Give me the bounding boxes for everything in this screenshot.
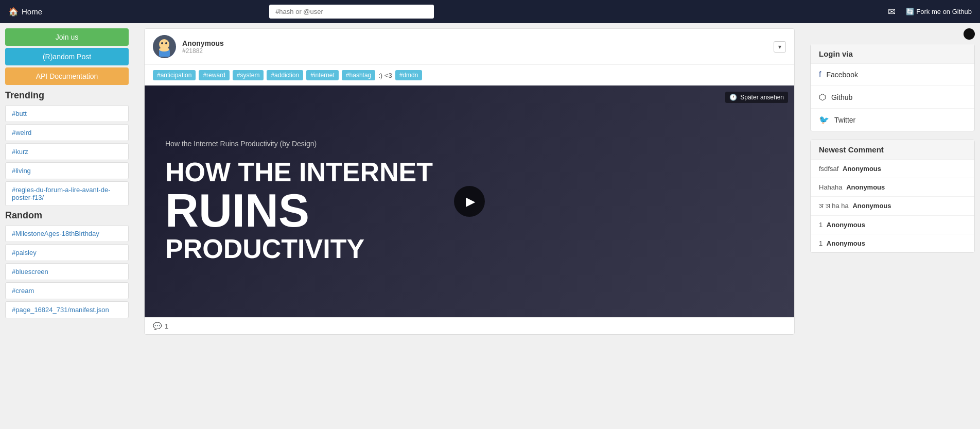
fork-label: Fork me on Github <box>916 8 972 15</box>
random-item[interactable]: #page_16824_731/manifest.json <box>5 301 129 318</box>
video-line1: HOW THE INTERNET <box>165 158 774 186</box>
tag-reward[interactable]: #reward <box>199 70 229 80</box>
left-sidebar: Join us (R)andom Post API Documentation … <box>0 23 134 429</box>
tag-addiction[interactable]: #addiction <box>267 70 303 80</box>
post-tag-extra: :) <3 <box>378 72 392 79</box>
post-user-info: Anonymous #21882 <box>182 39 767 55</box>
play-icon: ▶ <box>466 194 475 209</box>
login-github-label: Github <box>831 93 852 101</box>
login-github[interactable]: ⬡ Github <box>811 86 974 109</box>
watch-later-text: Später ansehen <box>740 94 784 101</box>
random-item[interactable]: #bluescreen <box>5 263 129 280</box>
facebook-icon: f <box>819 70 821 79</box>
comment-count: 1 <box>165 322 168 330</box>
post-menu-button[interactable]: ▾ <box>774 41 786 53</box>
svg-point-3 <box>165 42 167 44</box>
dark-circle-indicator <box>964 28 975 40</box>
comment-item[interactable]: 1 Anonymous <box>811 234 974 252</box>
watch-later-button[interactable]: 🕐 Später ansehen <box>725 92 788 103</box>
right-sidebar: Login via f Facebook ⬡ Github 🐦 Twitter … <box>805 23 980 429</box>
login-card-header: Login via <box>811 44 974 64</box>
video-line3: PRODUCTIVITY <box>165 235 774 263</box>
fork-link[interactable]: 🔄 Fork me on Github <box>906 8 972 15</box>
comment-text: Hahaha <box>819 183 843 191</box>
main-content: Anonymous #21882 ▾ #anticipation #reward… <box>134 23 805 429</box>
mail-icon[interactable]: ✉ <box>888 6 896 18</box>
tag-anticipation[interactable]: #anticipation <box>153 70 196 80</box>
video-play-button[interactable]: ▶ <box>454 186 485 217</box>
login-card: Login via f Facebook ⬡ Github 🐦 Twitter <box>810 44 975 131</box>
post-card: Anonymous #21882 ▾ #anticipation #reward… <box>144 28 795 335</box>
random-item[interactable]: #cream <box>5 282 129 299</box>
page-wrapper: Join us (R)andom Post API Documentation … <box>0 23 980 429</box>
fork-icon: 🔄 <box>906 8 914 15</box>
trending-item[interactable]: #living <box>5 162 129 179</box>
post-video[interactable]: How the Internet Ruins Productivity (by … <box>145 85 794 317</box>
comments-card-header: Newest Comment <box>811 140 974 160</box>
login-twitter-label: Twitter <box>834 116 855 124</box>
comment-item[interactable]: Hahaha Anonymous <box>811 178 974 197</box>
trending-title: Trending <box>5 90 129 101</box>
avatar-svg <box>153 35 176 58</box>
post-username: Anonymous <box>182 39 767 47</box>
comment-author: Anonymous <box>846 183 885 191</box>
tag-hashtag[interactable]: #hashtag <box>342 70 375 80</box>
post-header: Anonymous #21882 ▾ <box>145 29 794 65</box>
svg-point-5 <box>159 47 169 52</box>
tag-dmdn[interactable]: #dmdn <box>395 70 423 80</box>
comment-text: 1 <box>819 239 822 247</box>
comment-icon: 💬 <box>153 322 162 330</box>
comment-author: Anonymous <box>843 165 881 173</box>
svg-point-2 <box>161 42 163 44</box>
comment-text: 1 <box>819 221 822 229</box>
search-input[interactable] <box>269 5 434 19</box>
join-button[interactable]: Join us <box>5 28 129 46</box>
random-item[interactable]: #paisley <box>5 244 129 261</box>
avatar-image <box>153 35 176 58</box>
comment-item[interactable]: fsdfsaf Anonymous <box>811 160 974 178</box>
video-title-small: How the Internet Ruins Productivity (by … <box>165 140 774 148</box>
tag-internet[interactable]: #internet <box>306 70 339 80</box>
trending-item[interactable]: #kurz <box>5 143 129 160</box>
post-tags: #anticipation #reward #system #addiction… <box>145 65 794 85</box>
comment-author: Anonymous <box>827 239 865 247</box>
video-thumbnail: How the Internet Ruins Productivity (by … <box>145 85 794 317</box>
trending-item[interactable]: #regles-du-forum-a-lire-avant-de-poster-… <box>5 181 129 206</box>
login-twitter[interactable]: 🐦 Twitter <box>811 109 974 131</box>
home-nav[interactable]: 🏠 Home <box>8 7 42 16</box>
comment-text: ञ ञ ha ha <box>819 202 849 210</box>
random-post-button[interactable]: (R)andom Post <box>5 48 129 65</box>
home-label: Home <box>22 7 42 16</box>
post-user-id: #21882 <box>182 47 767 55</box>
api-docs-button[interactable]: API Documentation <box>5 67 129 85</box>
header-right: ✉ 🔄 Fork me on Github <box>888 6 972 18</box>
github-icon: ⬡ <box>819 92 826 102</box>
avatar <box>153 35 176 58</box>
home-icon: 🏠 <box>8 7 19 16</box>
search-container <box>269 5 434 19</box>
watch-later-icon: 🕐 <box>729 94 737 101</box>
login-facebook[interactable]: f Facebook <box>811 64 974 86</box>
trending-item[interactable]: #butt <box>5 105 129 122</box>
comments-card: Newest Comment fsdfsaf Anonymous Hahaha … <box>810 140 975 253</box>
comment-item[interactable]: 1 Anonymous <box>811 216 974 234</box>
comment-author: Anonymous <box>852 202 891 210</box>
post-footer: 💬 1 <box>145 317 794 334</box>
comment-item[interactable]: ञ ञ ha ha Anonymous <box>811 197 974 216</box>
login-facebook-label: Facebook <box>826 71 857 79</box>
header: 🏠 Home ✉ 🔄 Fork me on Github <box>0 0 980 23</box>
trending-item[interactable]: #weird <box>5 124 129 141</box>
comment-text: fsdfsaf <box>819 165 838 173</box>
comment-author: Anonymous <box>827 221 865 229</box>
random-title: Random <box>5 210 129 221</box>
random-item[interactable]: #MilestoneAges-18thBirthday <box>5 225 129 242</box>
tag-system[interactable]: #system <box>233 70 264 80</box>
twitter-icon: 🐦 <box>819 115 829 125</box>
